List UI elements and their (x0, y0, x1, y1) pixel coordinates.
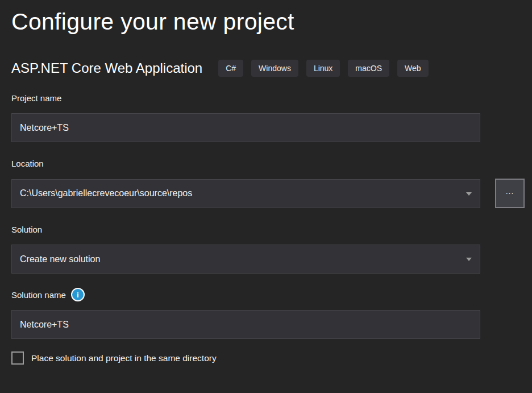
location-combobox[interactable]: C:\Users\gabriellecrevecoeur\source\repo… (11, 179, 480, 208)
browse-button[interactable]: ... (495, 179, 525, 208)
page-title: Configure your new project (11, 8, 532, 36)
tag-macos: macOS (348, 60, 389, 77)
tag-web: Web (397, 60, 429, 77)
configure-project-dialog: Configure your new project ASP.NET Core … (0, 0, 532, 365)
solution-field: Solution Create new solution (11, 222, 532, 274)
solution-dropdown[interactable]: Create new solution (11, 245, 480, 274)
info-icon[interactable]: i (71, 288, 85, 301)
same-directory-label: Place solution and project in the same d… (31, 353, 217, 363)
chevron-down-icon (466, 258, 472, 261)
chevron-down-icon (466, 192, 472, 196)
tag-windows: Windows (251, 60, 298, 77)
solution-name-label: Solution name (11, 290, 66, 300)
solution-value: Create new solution (20, 254, 100, 264)
solution-label: Solution (11, 222, 532, 236)
template-header: ASP.NET Core Web Application C# Windows … (11, 60, 532, 77)
same-directory-option: Place solution and project in the same d… (11, 351, 532, 365)
project-name-input[interactable] (11, 113, 480, 142)
location-value: C:\Users\gabriellecrevecoeur\source\repo… (20, 188, 192, 198)
location-label: Location (11, 156, 532, 170)
location-field: Location C:\Users\gabriellecrevecoeur\so… (11, 156, 532, 208)
tag-csharp: C# (218, 60, 243, 77)
template-tags: C# Windows Linux macOS Web (218, 60, 428, 77)
solution-name-input[interactable] (11, 310, 480, 339)
project-name-field: Project name (11, 91, 532, 142)
project-name-label: Project name (11, 91, 532, 105)
location-row: C:\Users\gabriellecrevecoeur\source\repo… (11, 170, 532, 208)
tag-linux: Linux (306, 60, 340, 77)
solution-name-label-row: Solution name i (11, 288, 532, 301)
same-directory-checkbox[interactable] (11, 351, 24, 365)
solution-name-field: Solution name i (11, 288, 532, 339)
template-name: ASP.NET Core Web Application (11, 60, 202, 76)
